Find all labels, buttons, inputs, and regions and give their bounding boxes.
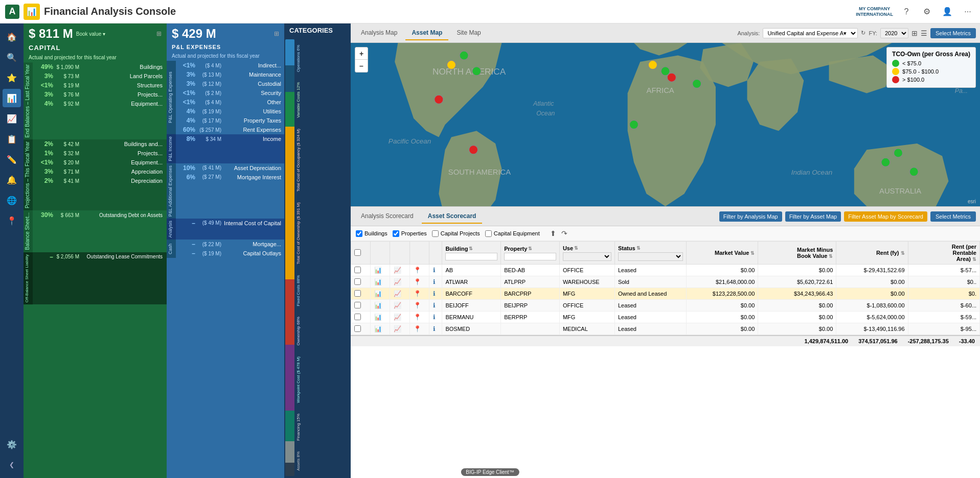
row-map-icon[interactable]: 📍 bbox=[413, 266, 422, 274]
tab-asset-map[interactable]: Asset Map bbox=[405, 26, 448, 40]
building-filter[interactable] bbox=[445, 253, 497, 260]
row-chart-icon[interactable]: 📊 bbox=[374, 290, 382, 298]
balance-sheet-section: Balance Sheet... 30% $ 663 M Outstanding… bbox=[24, 210, 167, 252]
logo[interactable]: A bbox=[5, 5, 19, 19]
sidebar-item-favorites[interactable]: ⭐ bbox=[3, 68, 21, 87]
user-icon[interactable]: 👤 bbox=[940, 5, 954, 19]
grid-icon[interactable]: ⊞ bbox=[911, 29, 918, 37]
tab-analysis-scorecard[interactable]: Analysis Scorecard bbox=[355, 209, 420, 224]
sidebar-item-tables[interactable]: 📋 bbox=[3, 130, 21, 148]
pl-row-utilities: 4% ($ 19 M) Utilities bbox=[176, 107, 284, 116]
off-balance-label: Off-Balance Sheet Liability bbox=[24, 252, 33, 304]
filter-asset-map-btn[interactable]: Filter by Asset Map bbox=[785, 211, 841, 222]
fy-select[interactable]: 2020 bbox=[880, 28, 908, 38]
select-metrics-map-btn[interactable]: Select Metrics bbox=[930, 28, 976, 38]
redo-icon[interactable]: ↷ bbox=[561, 229, 567, 237]
th-rent-fy[interactable]: Rent (fy) ⇅ bbox=[836, 242, 908, 265]
refresh-icon[interactable]: ↻ bbox=[861, 30, 865, 36]
sidebar-collapse[interactable]: ❮ bbox=[3, 456, 21, 474]
proj-row-buildings: 2% $ 42 M Buildings and... bbox=[33, 139, 167, 149]
row-chart-icon[interactable]: 📊 bbox=[374, 301, 382, 309]
row-chart-icon[interactable]: 📊 bbox=[374, 266, 382, 274]
sidebar-item-search[interactable]: 🔍 bbox=[3, 48, 21, 66]
property-filter[interactable] bbox=[504, 253, 556, 260]
sidebar-item-alerts[interactable]: 🔔 bbox=[3, 171, 21, 189]
row-bar-icon[interactable]: 📈 bbox=[393, 266, 402, 274]
th-checkbox[interactable] bbox=[351, 242, 371, 265]
sidebar-item-dashboard[interactable]: 📊 bbox=[3, 89, 21, 107]
row-info-icon[interactable]: ℹ bbox=[432, 325, 436, 333]
row-checkbox[interactable] bbox=[354, 302, 361, 308]
use-filter[interactable] bbox=[563, 252, 611, 261]
pl-label: P&L EXPENSES bbox=[167, 44, 284, 52]
map-area: NORTH AMERICA SOUTH AMERICA AFRICA ASIA … bbox=[351, 43, 980, 206]
row-checkbox[interactable] bbox=[354, 325, 361, 332]
sidebar-item-settings[interactable]: ⚙️ bbox=[3, 435, 21, 453]
row-chart-icon[interactable]: 📊 bbox=[374, 325, 382, 333]
sidebar-item-reports[interactable]: 📈 bbox=[3, 109, 21, 128]
capital-panel: $ 811 M Book value ▾ ⊞ CAPITAL Actual an… bbox=[24, 23, 167, 478]
book-value-btn[interactable]: Book value ▾ bbox=[76, 31, 105, 37]
row-map-icon[interactable]: 📍 bbox=[413, 325, 422, 333]
row-bar-icon[interactable]: 📈 bbox=[393, 278, 402, 286]
row-map-icon[interactable]: 📍 bbox=[413, 278, 422, 286]
sidebar-item-home[interactable]: 🏠 bbox=[3, 28, 21, 46]
row-checkbox[interactable] bbox=[354, 278, 361, 285]
th-rent-area[interactable]: Rent (perRentableArea) ⇅ bbox=[908, 242, 979, 265]
select-metrics-scorecard-btn[interactable]: Select Metrics bbox=[930, 211, 976, 222]
row-bar-icon[interactable]: 📈 bbox=[393, 290, 402, 298]
table-row: 📊 📈 📍 ℹ BOSMED MEDICAL Leased $0.00 bbox=[351, 323, 980, 335]
row-info-icon[interactable]: ℹ bbox=[432, 301, 436, 309]
export-icon[interactable]: ⬆ bbox=[550, 229, 556, 237]
zoom-in-btn[interactable]: + bbox=[355, 47, 368, 60]
sidebar-item-location[interactable]: 📍 bbox=[3, 211, 21, 230]
row-checkbox[interactable] bbox=[354, 290, 361, 297]
tab-analysis-map[interactable]: Analysis Map bbox=[355, 26, 403, 40]
row-chart-icon[interactable]: 📊 bbox=[374, 313, 382, 321]
checkbox-properties[interactable]: Properties bbox=[393, 230, 427, 237]
checkbox-buildings[interactable]: Buildings bbox=[356, 230, 388, 237]
pl-header: $ 429 M ⊞ bbox=[167, 23, 284, 44]
filter-analysis-map-btn[interactable]: Filter by Analysis Map bbox=[719, 211, 782, 222]
row-info-icon[interactable]: ℹ bbox=[432, 278, 436, 286]
capital-arrows[interactable]: ⊞ bbox=[156, 30, 162, 37]
row-bar-icon[interactable]: 📈 bbox=[393, 301, 402, 309]
sidebar-item-globe[interactable]: 🌐 bbox=[3, 191, 21, 209]
tab-site-map[interactable]: Site Map bbox=[450, 26, 487, 40]
status-filter[interactable] bbox=[618, 252, 683, 261]
th-use[interactable]: Use ⇅ bbox=[559, 242, 614, 265]
svg-text:Indian Ocean: Indian Ocean bbox=[791, 169, 833, 176]
row-bar-icon[interactable]: 📈 bbox=[393, 325, 402, 333]
more-icon[interactable]: ··· bbox=[961, 5, 975, 19]
row-map-icon[interactable]: 📍 bbox=[413, 290, 422, 298]
th-property[interactable]: Property ⇅ bbox=[501, 242, 560, 265]
tab-asset-scorecard[interactable]: Asset Scorecard bbox=[422, 209, 483, 224]
pl-row-capital-outlays: – ($ 19 M) Capital Outlays bbox=[176, 249, 284, 258]
map-tabs-bar: Analysis Map Asset Map Site Map Analysis… bbox=[351, 23, 980, 43]
pl-arrows[interactable]: ⊞ bbox=[274, 30, 279, 37]
th-status[interactable]: Status ⇅ bbox=[614, 242, 686, 265]
filter-asset-map-scorecard-btn[interactable]: Filter Asset Map by Scorecard bbox=[844, 211, 927, 222]
total-market-value: 1,429,874,511.00 bbox=[805, 338, 849, 344]
row-checkbox[interactable] bbox=[354, 314, 361, 320]
analysis-select[interactable]: Unified Capital and Expense A▾ bbox=[763, 28, 858, 38]
th-building[interactable]: Building ⇅ bbox=[442, 242, 501, 265]
panels-row: $ 811 M Book value ▾ ⊞ CAPITAL Actual an… bbox=[24, 23, 980, 478]
th-market-value[interactable]: Market Value ⇅ bbox=[687, 242, 758, 265]
checkbox-capital-projects[interactable]: Capital Projects bbox=[432, 230, 480, 237]
row-map-icon[interactable]: 📍 bbox=[413, 301, 422, 309]
row-bar-icon[interactable]: 📈 bbox=[393, 313, 402, 321]
row-chart-icon[interactable]: 📊 bbox=[374, 278, 382, 286]
zoom-out-btn[interactable]: – bbox=[355, 60, 368, 72]
help-icon[interactable]: ? bbox=[899, 5, 914, 19]
sidebar-item-edit[interactable]: ✏️ bbox=[3, 150, 21, 169]
row-checkbox[interactable] bbox=[354, 267, 361, 273]
settings-icon[interactable]: ⚙ bbox=[920, 5, 934, 19]
checkbox-capital-equipment[interactable]: Capital Equipment bbox=[485, 230, 540, 237]
row-info-icon[interactable]: ℹ bbox=[432, 313, 436, 321]
list-icon[interactable]: ☰ bbox=[921, 29, 927, 37]
th-market-minus[interactable]: Market MinusBook Value ⇅ bbox=[758, 242, 836, 265]
row-map-icon[interactable]: 📍 bbox=[413, 313, 422, 321]
row-info-icon[interactable]: ℹ bbox=[432, 266, 436, 274]
row-info-icon[interactable]: ℹ bbox=[432, 290, 436, 298]
